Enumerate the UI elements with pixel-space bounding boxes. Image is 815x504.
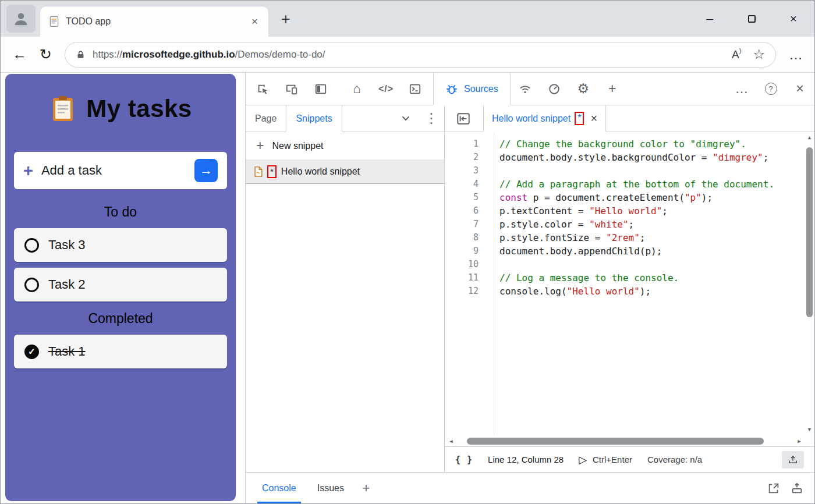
task-checkbox[interactable]	[24, 238, 39, 253]
vertical-scrollbar-thumb[interactable]	[806, 147, 813, 317]
drawer-tab-issues[interactable]: Issues	[313, 473, 349, 503]
code-line[interactable]: 1// Change the background color to "dimg…	[445, 137, 814, 151]
editor-tab[interactable]: Hello world snippet * ×	[483, 105, 606, 132]
line-number[interactable]: 2	[445, 151, 491, 164]
pop-out-button[interactable]	[762, 473, 785, 503]
tab-close-icon[interactable]: ×	[249, 15, 260, 28]
code-line[interactable]: 5const p = document.createElement("p");	[445, 191, 814, 204]
address-bar[interactable]: https://microsoftedge.github.io/Demos/de…	[65, 42, 776, 68]
task-item-completed[interactable]: ✓ Task 1	[14, 335, 227, 368]
task-checkbox-checked[interactable]: ✓	[24, 345, 39, 359]
read-aloud-button[interactable]: A)	[732, 48, 741, 61]
line-number[interactable]: 9	[445, 244, 491, 258]
line-number[interactable]: 3	[445, 164, 491, 178]
url-scheme: https://	[93, 49, 122, 60]
code-line[interactable]: 11// Log a message to the console.	[445, 271, 814, 285]
unsaved-indicator: *	[577, 113, 581, 123]
expand-drawer-button[interactable]	[785, 473, 809, 503]
code-line[interactable]: 12console.log("Hello world");	[445, 285, 814, 298]
tab-network[interactable]	[511, 73, 540, 105]
maximize-button[interactable]	[731, 1, 773, 37]
back-button[interactable]: ←	[12, 46, 27, 63]
task-label: Task 3	[48, 237, 86, 253]
gear-icon: ⚙	[577, 81, 589, 97]
code-line[interactable]: 9document.body.appendChild(p);	[445, 244, 814, 258]
scroll-right-icon[interactable]: ▶	[794, 436, 805, 446]
tab-performance[interactable]	[540, 73, 569, 105]
check-icon: ✓	[28, 346, 36, 357]
refresh-button[interactable]: ↻	[40, 46, 52, 63]
favorites-star-button[interactable]: ☆	[753, 47, 765, 62]
minimize-button[interactable]: –	[689, 1, 731, 37]
horizontal-scrollbar[interactable]: ◀ ▶	[445, 436, 805, 446]
inspect-icon	[256, 83, 269, 95]
tab-snippets[interactable]: Snippets	[286, 105, 342, 132]
more-tabs-button[interactable]	[393, 105, 419, 132]
tab-console-panel[interactable]	[401, 73, 430, 105]
window-controls: – ×	[689, 1, 814, 37]
tab-welcome[interactable]: ⌂	[342, 73, 371, 105]
task-item[interactable]: Task 3	[14, 228, 227, 262]
line-number[interactable]: 6	[445, 204, 491, 218]
devtools-close-button[interactable]: ×	[785, 73, 814, 105]
code-line[interactable]: 6p.textContent = "Hello world";	[445, 204, 814, 218]
line-number[interactable]: 10	[445, 258, 491, 271]
line-number[interactable]: 4	[445, 178, 491, 191]
tab-page[interactable]: Page	[246, 105, 286, 132]
snippet-list-item[interactable]: * Hello world snippet	[246, 160, 444, 184]
kebab-icon: ⋮	[425, 111, 438, 126]
horizontal-scrollbar-thumb[interactable]	[467, 438, 764, 445]
line-number[interactable]: 5	[445, 191, 491, 204]
tab-elements[interactable]: </>	[371, 73, 401, 105]
browser-menu-button[interactable]: …	[789, 47, 803, 63]
elements-icon: </>	[378, 84, 394, 94]
tab-sources[interactable]: Sources	[433, 73, 511, 105]
new-snippet-button[interactable]: + New snippet	[246, 132, 444, 160]
devtools-menu-button[interactable]: …	[727, 73, 756, 105]
code-line[interactable]: 4// Add a paragraph at the bottom of the…	[445, 178, 814, 191]
line-number[interactable]: 7	[445, 218, 491, 231]
navigator-menu-button[interactable]: ⋮	[419, 105, 444, 132]
task-checkbox[interactable]	[24, 278, 39, 292]
line-number[interactable]: 11	[445, 271, 491, 285]
code-editor[interactable]: 1// Change the background color to "dimg…	[445, 132, 814, 446]
add-task-form: + →	[14, 152, 227, 189]
new-tab-button[interactable]: +	[277, 10, 295, 29]
code-line[interactable]: 10	[445, 258, 814, 271]
format-braces-button[interactable]: { }	[455, 455, 473, 465]
scroll-left-icon[interactable]: ◀	[446, 436, 456, 446]
help-button[interactable]: ?	[756, 73, 785, 105]
deploy-button[interactable]	[782, 451, 804, 468]
profile-avatar[interactable]	[6, 5, 36, 33]
line-number[interactable]: 8	[445, 231, 491, 244]
drawer-tab-console[interactable]: Console	[257, 473, 301, 503]
drawer-add-tab-button[interactable]: +	[355, 473, 378, 503]
code-line[interactable]: 2document.body.style.backgroundColor = "…	[445, 151, 814, 164]
gauge-icon	[548, 83, 561, 95]
code-line[interactable]: 8p.style.fontSize = "2rem";	[445, 231, 814, 244]
dock-panel-button[interactable]	[306, 73, 335, 105]
settings-gear-button[interactable]: ⚙	[569, 73, 598, 105]
add-task-submit-button[interactable]: →	[194, 159, 218, 182]
run-snippet-icon[interactable]: ▷	[579, 453, 587, 466]
inspect-element-button[interactable]	[248, 73, 277, 105]
close-window-button[interactable]: ×	[773, 1, 814, 37]
line-number[interactable]: 12	[445, 285, 491, 298]
browser-window: TODO app × + – × ← ↻ https://microsofted…	[0, 0, 815, 504]
line-number[interactable]: 1	[445, 137, 491, 151]
task-label: Task 2	[48, 277, 86, 292]
code-line[interactable]: 7p.style.color = "white";	[445, 218, 814, 231]
browser-tab[interactable]: TODO app ×	[40, 6, 268, 37]
scroll-down-icon[interactable]: ▼	[805, 424, 814, 435]
task-item[interactable]: Task 2	[14, 268, 227, 301]
vertical-scrollbar[interactable]: ▲ ▼	[805, 132, 814, 435]
add-tools-button[interactable]: +	[598, 73, 627, 105]
scroll-up-icon[interactable]: ▲	[805, 132, 814, 143]
editor-tab-close-icon[interactable]: ×	[590, 112, 597, 125]
show-navigator-button[interactable]	[451, 105, 476, 132]
toolbar-spacer	[627, 73, 727, 105]
code-line[interactable]: 3	[445, 164, 814, 178]
chevron-down-icon	[402, 116, 410, 121]
add-task-input[interactable]	[41, 163, 186, 178]
device-emulation-button[interactable]	[277, 73, 306, 105]
